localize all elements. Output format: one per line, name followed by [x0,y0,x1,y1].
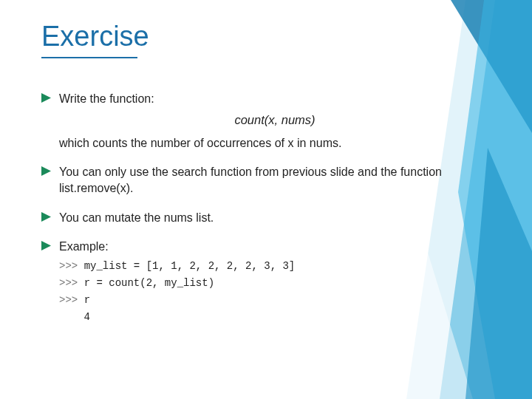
bullet-1: Write the function: count(x, nums) which… [41,91,491,151]
code-example: >>> my_list = [1, 1, 2, 2, 2, 2, 3, 3] >… [59,259,491,324]
bullet-1-sub: which counts the number of occurrences o… [59,135,491,151]
bullet-2-text: You can only use the search function fro… [59,166,442,194]
code-line-2: >>> r = count(2, my_list) [59,276,491,290]
code-4-text: 4 [84,311,90,323]
svg-marker-7 [41,166,51,176]
prompt-3: >>> [59,294,78,306]
slide-title: Exercise [41,21,491,52]
slide-content: Exercise Write the function: count(x, nu… [0,0,532,324]
prompt-1: >>> [59,260,78,272]
bullet-1-text: Write the function: [59,92,154,105]
play-icon [41,212,51,222]
bullet-4-text: Example: [59,240,109,253]
code-line-3: >>> r [59,293,491,307]
bullet-2: You can only use the search function fro… [41,164,491,196]
play-icon [41,241,51,250]
code-line-4: 4 [59,310,491,324]
slide-body: Write the function: count(x, nums) which… [41,91,491,324]
svg-marker-8 [41,212,51,222]
svg-marker-6 [41,93,51,103]
function-signature: count(x, nums) [59,112,491,128]
play-icon [41,166,51,176]
code-1-text: my_list = [1, 1, 2, 2, 2, 2, 3, 3] [84,260,296,272]
prompt-2: >>> [59,277,78,289]
bullet-4: Example: >>> my_list = [1, 1, 2, 2, 2, 2… [41,239,491,324]
bullet-3: You can mutate the nums list. [41,210,491,226]
code-2-text: r = count(2, my_list) [84,277,214,289]
play-icon [41,93,51,103]
svg-marker-9 [41,241,51,250]
code-3-text: r [84,294,90,306]
bullet-3-text: You can mutate the nums list. [59,211,214,224]
title-underline [41,57,137,58]
code-line-1: >>> my_list = [1, 1, 2, 2, 2, 2, 3, 3] [59,259,491,273]
